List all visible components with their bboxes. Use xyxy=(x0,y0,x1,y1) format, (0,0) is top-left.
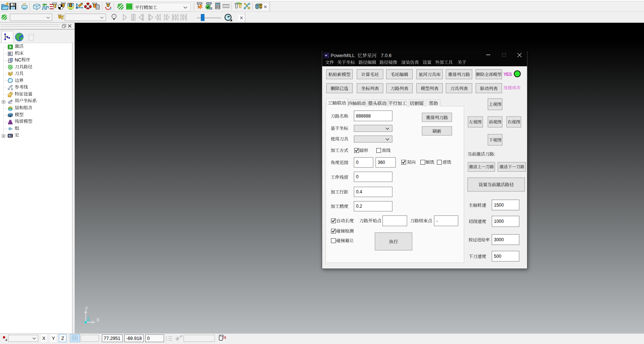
svg-text:Z: Z xyxy=(87,316,90,322)
svg-text:X: X xyxy=(96,317,99,323)
svg-text:Y: Y xyxy=(85,306,88,311)
svg-text:z: z xyxy=(166,339,167,341)
